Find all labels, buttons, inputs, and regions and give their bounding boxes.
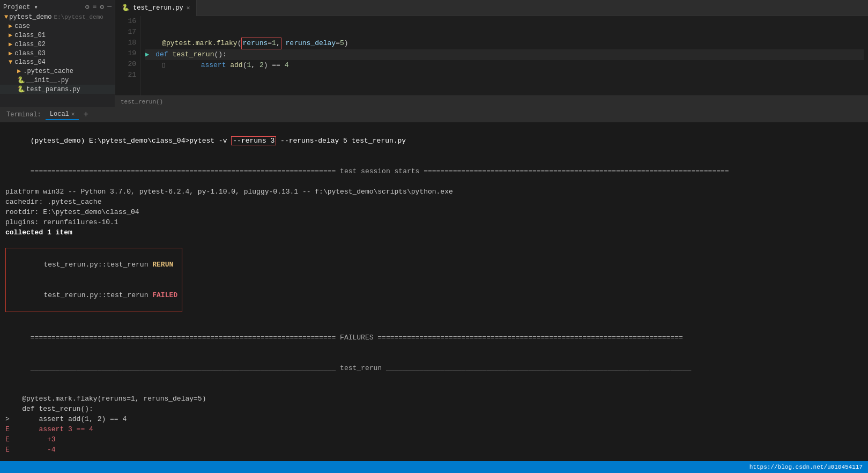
failed-test-name: test_rerun.py::test_rerun — [43, 291, 152, 299]
sidebar-item-init[interactable]: 🐍 __init__.py — [0, 76, 115, 85]
root-expand-icon: ▼ — [4, 13, 8, 21]
sidebar-item-class02[interactable]: ▶ class_02 — [0, 40, 115, 49]
terminal-section: Terminal: Local ✕ + (pytest_demo) E:\pyt… — [0, 107, 868, 461]
terminal-failure-def: def test_rerun(): — [5, 404, 863, 414]
failed-status: FAILED — [152, 291, 177, 299]
terminal-error-assert: E assert 3 == 4 — [5, 424, 863, 434]
terminal-failure-decorator: @pytest.mark.flaky(reruns=1, reruns_dela… — [5, 394, 863, 404]
sidebar-icon-4[interactable]: — — [107, 3, 112, 11]
bottom-bar: https://blog.csdn.net/u010454117 — [0, 461, 868, 473]
terminal-label: Terminal: — [4, 111, 43, 119]
code-line-18: @pytest.mark.flaky(reruns=1, reruns_dela… — [145, 38, 864, 49]
tab-label: test_rerun.py — [133, 4, 183, 12]
folder-label-class04: class_04 — [14, 58, 46, 66]
file-label-init: __init__.py — [26, 77, 69, 84]
cmd-reruns-flag: --reruns 3 — [231, 136, 276, 145]
tab-bar: 🐍 test_rerun.py ✕ — [115, 0, 868, 16]
sidebar-icon-3[interactable]: ⚙ — [100, 3, 104, 11]
cmd-suffix: --reruns-delay 5 test_rerun.py — [276, 137, 406, 145]
terminal-platform: platform win32 -- Python 3.7.0, pytest-6… — [5, 187, 863, 197]
code-line-19: ▶def test_rerun(): — [145, 49, 864, 60]
sidebar-header: Project ▾ ⚙ ≡ ⚙ — — [0, 1, 115, 13]
cmd-prefix: (pytest_demo) E:\pytest_demo\class_04>py… — [31, 137, 231, 145]
terminal-rootdir: rootdir: E:\pytest_demo\class_04 — [5, 207, 863, 217]
folder-icon-class04: ▼ — [9, 58, 12, 66]
terminal-cachedir: cachedir: .pytest_cache — [5, 197, 863, 207]
terminal-rerun-line: test_rerun.py::test_rerun RERUN — [10, 249, 177, 280]
folder-label-class03: class_03 — [14, 50, 46, 57]
folder-icon-class01: ▶ — [9, 31, 12, 39]
sidebar-icon-1[interactable]: ⚙ — [85, 3, 90, 11]
code-line-16 — [145, 16, 864, 27]
terminal-add-button[interactable]: + — [81, 110, 91, 120]
root-label: pytest_demo — [9, 13, 51, 21]
sidebar-icon-2[interactable]: ≡ — [93, 3, 97, 11]
code-line-20: assert add(1, 2) == 4 — [145, 60, 864, 71]
file-label-test-params: test_params.py — [26, 86, 80, 93]
terminal-tab-local[interactable]: Local ✕ — [46, 109, 79, 120]
breadcrumb-text: test_rerun() — [121, 99, 163, 105]
rerun-status: RERUN — [152, 261, 173, 269]
code-editor: 16 17 18 19 20 21 @pytest.mark.flaky(rer… — [115, 16, 868, 95]
terminal-failed-line: test_rerun.py::test_rerun FAILED — [10, 280, 177, 311]
py-icon-init: 🐍 — [17, 76, 25, 84]
sidebar-item-class03[interactable]: ▶ class_03 — [0, 49, 115, 58]
terminal-separator-1: ========================================… — [5, 156, 863, 187]
terminal-tab-bar: Terminal: Local ✕ + — [0, 107, 868, 122]
code-line-21 — [145, 71, 864, 82]
sidebar-item-case[interactable]: ▶ case — [0, 21, 115, 31]
terminal-failure-name: ________________________________________… — [5, 353, 863, 383]
code-line-17 — [145, 27, 864, 38]
folder-icon-class03: ▶ — [9, 49, 12, 57]
sep1-text: ========================================… — [31, 167, 729, 175]
terminal-command-line: (pytest_demo) E:\pytest_demo\class_04>py… — [5, 125, 863, 156]
terminal-collected: collected 1 item — [5, 227, 863, 238]
folder-label-class02: class_02 — [14, 41, 46, 48]
terminal-content[interactable]: (pytest_demo) E:\pytest_demo\class_04>py… — [0, 122, 868, 461]
sidebar-item-class04[interactable]: ▼ class_04 — [0, 58, 115, 66]
folder-label-pytest-cache: .pytest_cache — [23, 68, 73, 75]
py-icon-test-params: 🐍 — [17, 85, 25, 93]
blog-url: https://blog.csdn.net/u010454117 — [750, 464, 863, 470]
terminal-tab-label: Local — [50, 110, 69, 118]
terminal-failures-separator: ========================================… — [5, 322, 863, 353]
terminal-rerun-block: test_rerun.py::test_rerun RERUN test_rer… — [5, 248, 182, 312]
line-numbers: 16 17 18 19 20 21 — [115, 16, 141, 95]
breadcrumb: test_rerun() — [115, 95, 868, 107]
project-label: Project ▾ — [3, 3, 38, 11]
folder-icon-case: ▶ — [9, 22, 12, 30]
sidebar: Project ▾ ⚙ ≡ ⚙ — ▼ pytest_demo E:\pytes… — [0, 0, 115, 107]
tab-test-rerun[interactable]: 🐍 test_rerun.py ✕ — [115, 0, 197, 16]
rerun-test-name: test_rerun.py::test_rerun — [43, 261, 152, 269]
folder-label-class01: class_01 — [14, 32, 46, 39]
terminal-error-minus: E -4 — [5, 445, 863, 455]
folder-icon-class02: ▶ — [9, 40, 12, 48]
sidebar-item-test-params[interactable]: 🐍 test_params.py — [0, 85, 115, 94]
terminal-tab-close[interactable]: ✕ — [71, 110, 75, 117]
sidebar-root[interactable]: ▼ pytest_demo E:\pytest_demo — [0, 13, 115, 21]
tab-close-button[interactable]: ✕ — [187, 4, 190, 11]
failure-name-text: ________________________________________… — [31, 364, 692, 372]
terminal-failure-assert: > assert add(1, 2) == 4 — [5, 414, 863, 424]
editor-area: 🐍 test_rerun.py ✕ 16 17 18 19 20 21 @pyt… — [115, 0, 868, 107]
sidebar-item-class01[interactable]: ▶ class_01 — [0, 31, 115, 40]
code-content[interactable]: @pytest.mark.flaky(reruns=1, reruns_dela… — [141, 16, 868, 95]
terminal-plugins: plugins: rerunfailures-10.1 — [5, 217, 863, 227]
folder-icon-pytest-cache: ▶ — [17, 67, 21, 75]
sidebar-item-pytest-cache[interactable]: ▶ .pytest_cache — [0, 66, 115, 76]
failures-sep-text: ========================================… — [31, 334, 683, 342]
root-path: E:\pytest_demo — [54, 14, 103, 20]
terminal-error-plus: E +3 — [5, 434, 863, 445]
py-file-icon: 🐍 — [122, 4, 130, 12]
folder-label-case: case — [14, 23, 30, 30]
